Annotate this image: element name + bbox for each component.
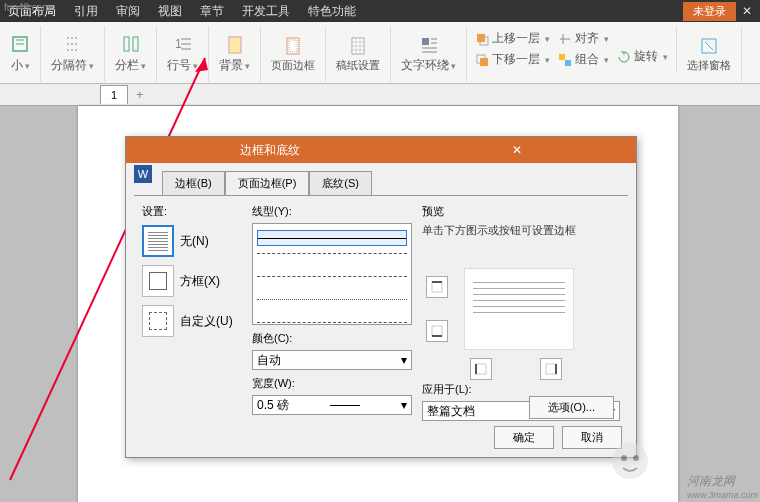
app-icon: W <box>134 165 152 183</box>
rotate-button[interactable]: 旋转▾ <box>617 48 668 65</box>
bring-forward-button[interactable]: 上移一层▾ <box>475 30 550 47</box>
svg-rect-14 <box>565 60 571 66</box>
setting-box[interactable]: 方框(X) <box>142 265 242 297</box>
chevron-down-icon: ▾ <box>401 398 407 412</box>
page-bg-icon <box>225 35 245 55</box>
svg-rect-1 <box>124 37 129 51</box>
dialog-titlebar[interactable]: 边框和底纹 ✕ <box>126 137 636 163</box>
svg-rect-11 <box>480 58 488 66</box>
menu-tabs: 页面布局 引用 审阅 视图 章节 开发工具 特色功能 <box>8 3 356 20</box>
style-label: 线型(Y): <box>252 204 412 219</box>
svg-rect-9 <box>477 34 485 42</box>
ok-button[interactable]: 确定 <box>494 426 554 449</box>
bottom-watermark: 河南龙网 www.3mama.com <box>687 467 758 500</box>
ribbon-line-num[interactable]: 1 行号▾ <box>157 26 209 82</box>
ribbon-page-border[interactable]: 页面边框 <box>261 26 326 82</box>
top-watermark: fun48.com <box>4 2 51 13</box>
border-left-button[interactable] <box>470 358 492 380</box>
svg-point-26 <box>612 443 648 479</box>
preview-hint: 单击下方图示或按钮可设置边框 <box>422 223 620 238</box>
settings-label: 设置: <box>142 204 242 219</box>
tab-references[interactable]: 引用 <box>74 3 98 20</box>
setting-custom[interactable]: 自定义(U) <box>142 305 242 337</box>
ribbon-wrap[interactable]: 文字环绕▾ <box>391 26 467 82</box>
login-badge[interactable]: 未登录 <box>683 2 736 21</box>
svg-point-28 <box>633 455 639 461</box>
settings-column: 设置: 无(N) 方框(X) 自定义(U) <box>142 204 242 427</box>
line-style-dot[interactable] <box>257 299 407 315</box>
preview-page <box>464 268 574 350</box>
doc-tab-1[interactable]: 1 <box>100 85 128 104</box>
tab-section[interactable]: 章节 <box>200 3 224 20</box>
svg-point-27 <box>621 455 627 461</box>
ribbon-text-dir-label: 小▾ <box>11 57 30 74</box>
window-close-icon[interactable]: ✕ <box>742 4 752 18</box>
svg-rect-22 <box>476 364 486 374</box>
options-button[interactable]: 选项(O)... <box>529 396 614 419</box>
ribbon-text-dir[interactable]: 小▾ <box>0 26 41 82</box>
ribbon: 小▾ 分隔符▾ 分栏▾ 1 行号▾ 背景▾ 页面边框 稿纸设置 文字环绕▾ 上移… <box>0 22 760 84</box>
group-button[interactable]: 组合▾ <box>558 51 609 68</box>
tab-page-border[interactable]: 页面边框(P) <box>225 171 310 195</box>
chevron-down-icon: ▾ <box>401 353 407 367</box>
dialog-close-icon[interactable]: ✕ <box>512 143 522 157</box>
text-wrap-icon <box>419 35 439 55</box>
ribbon-columns[interactable]: 分栏▾ <box>105 26 157 82</box>
line-style-list[interactable] <box>252 223 412 325</box>
svg-rect-2 <box>133 37 138 51</box>
border-bottom-button[interactable] <box>426 320 448 342</box>
tab-border[interactable]: 边框(B) <box>162 171 225 195</box>
line-style-dashdot[interactable] <box>257 322 407 325</box>
border-right-button[interactable] <box>540 358 562 380</box>
line-style-dash[interactable] <box>257 253 407 269</box>
align-button[interactable]: 对齐▾ <box>558 30 609 47</box>
columns-icon <box>121 34 141 54</box>
color-label: 颜色(C): <box>252 331 412 346</box>
svg-rect-20 <box>432 326 442 336</box>
app-titlebar: 页面布局 引用 审阅 视图 章节 开发工具 特色功能 未登录 ✕ <box>0 0 760 22</box>
tab-special[interactable]: 特色功能 <box>308 3 356 20</box>
tab-review[interactable]: 审阅 <box>116 3 140 20</box>
ribbon-arrange: 上移一层▾ 下移一层▾ 对齐▾ 组合▾ 旋转▾ <box>467 26 677 72</box>
line-style-dash2[interactable] <box>257 276 407 292</box>
text-direction-icon <box>10 34 30 54</box>
ribbon-paper[interactable]: 稿纸设置 <box>326 26 391 82</box>
line-number-icon: 1 <box>173 34 193 54</box>
color-dropdown[interactable]: 自动▾ <box>252 350 412 370</box>
paper-setting-icon <box>348 36 368 56</box>
svg-rect-18 <box>432 282 442 292</box>
dialog-title: 边框和底纹 <box>240 142 300 159</box>
svg-rect-13 <box>559 54 565 60</box>
new-doc-tab[interactable]: + <box>128 85 151 105</box>
svg-rect-4 <box>229 37 241 53</box>
selection-pane-icon <box>699 36 719 56</box>
apply-label: 应用于(L): <box>422 382 620 397</box>
preview-label: 预览 <box>422 204 620 219</box>
send-backward-button[interactable]: 下移一层▾ <box>475 51 550 68</box>
ribbon-selection-pane[interactable]: 选择窗格 <box>677 26 742 82</box>
dialog-tabs: 边框(B) 页面边框(P) 底纹(S) <box>162 171 636 195</box>
ribbon-separator[interactable]: 分隔符▾ <box>41 26 105 82</box>
setting-none[interactable]: 无(N) <box>142 225 242 257</box>
separator-icon <box>63 34 83 54</box>
tab-shading[interactable]: 底纹(S) <box>309 171 372 195</box>
preview-column: 预览 单击下方图示或按钮可设置边框 应用于(L): 整篇文档▾ <box>422 204 620 427</box>
svg-rect-24 <box>546 364 556 374</box>
page-border-icon <box>283 36 303 56</box>
svg-text:1: 1 <box>175 37 182 51</box>
mascot-icon <box>605 436 655 486</box>
line-column: 线型(Y): 颜色(C): 自动▾ 宽度(W): 0.5 磅▾ <box>252 204 412 427</box>
line-style-solid[interactable] <box>257 230 407 246</box>
tab-devtools[interactable]: 开发工具 <box>242 3 290 20</box>
svg-rect-8 <box>422 38 429 45</box>
document-tabs: 1 + <box>0 84 760 106</box>
tab-view[interactable]: 视图 <box>158 3 182 20</box>
ribbon-background[interactable]: 背景▾ <box>209 26 261 82</box>
borders-shading-dialog: 边框和底纹 ✕ W 边框(B) 页面边框(P) 底纹(S) 设置: 无(N) 方… <box>125 136 637 458</box>
width-dropdown[interactable]: 0.5 磅▾ <box>252 395 412 415</box>
border-top-button[interactable] <box>426 276 448 298</box>
width-label: 宽度(W): <box>252 376 412 391</box>
